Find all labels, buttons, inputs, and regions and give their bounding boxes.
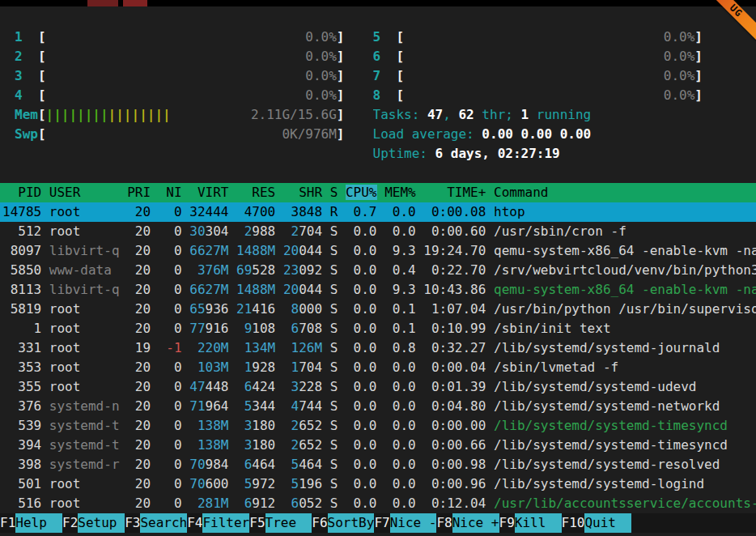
memory-bar-cache: |||||||| — [108, 105, 171, 125]
cell-pid: 331 — [2, 340, 41, 355]
fkey-f2[interactable]: F2Setup — [62, 513, 125, 533]
cell-user: root — [49, 340, 120, 355]
process-row[interactable]: 331 root 19 -1 220M 134M 126M S 0.0 0.8 … — [0, 338, 756, 358]
cell-shr: 464 — [299, 457, 322, 472]
column-header-virt[interactable]: VIRT — [189, 185, 228, 200]
meter-value: 0K/976M — [282, 125, 336, 144]
fkey-number: F8 — [436, 513, 452, 533]
fkey-f3[interactable]: F3Search — [125, 513, 187, 533]
cell-ni: 0 — [159, 321, 182, 336]
cell-res: 69 — [236, 262, 252, 278]
cell-pid: 394 — [2, 437, 41, 453]
cell-pri: 20 — [127, 398, 151, 414]
cell-res: 464 — [252, 457, 275, 472]
fkey-action: Tree — [265, 513, 312, 533]
meter-fill — [404, 28, 664, 47]
process-row[interactable]: 8097 libvirt-q 20 0 6627M 1488M 20044 S … — [0, 241, 756, 261]
load-average-line: Load average: 0.00 0.00 0.00 — [373, 125, 703, 144]
meter-fill — [404, 66, 664, 86]
cpu-meter-3-label: 3 — [15, 66, 38, 86]
process-row[interactable]: 14785 root 20 0 32444 4700 3848 R 0.7 0.… — [0, 202, 756, 222]
fkey-action: Quit — [584, 513, 631, 533]
cell-mem: 0.0 — [384, 476, 416, 491]
cell-pri: 20 — [127, 321, 151, 336]
cell-cmd: /lib/systemd/systemd-logind — [494, 476, 704, 491]
process-row[interactable]: 394 systemd-t 20 0 138M 3180 2652 S 0.0 … — [0, 436, 756, 455]
cell-cmd: /usr/bin/python /usr/bin/superviso — [494, 301, 756, 317]
fkey-number: F5 — [249, 513, 265, 533]
fkey-f6[interactable]: F6SortBy — [312, 513, 374, 533]
column-header-pri[interactable]: PRI — [127, 185, 151, 200]
cell-user: root — [49, 301, 120, 317]
meter-value: 2.11G/15.6G — [251, 105, 337, 125]
cell-pid: 5850 — [2, 262, 41, 278]
cell-pid: 355 — [2, 379, 41, 394]
fkey-f7[interactable]: F7Nice - — [374, 513, 436, 533]
process-row[interactable]: 5850 www-data 20 0 376M 69528 23092 S 0.… — [0, 261, 756, 280]
column-header-time[interactable]: TIME+ — [423, 185, 486, 200]
cell-virt: 47 — [189, 379, 205, 394]
column-header-res[interactable]: RES — [236, 185, 275, 200]
cell-virt: 448 — [206, 379, 229, 394]
cell-cpu: 0.0 — [346, 457, 377, 472]
fkey-number: F6 — [312, 513, 327, 533]
process-row[interactable]: 501 root 20 0 70600 5972 5196 S 0.0 0.0 … — [0, 474, 756, 494]
cell-shr: 196 — [299, 476, 322, 491]
process-row[interactable]: 376 systemd-n 20 0 71964 5344 4744 S 0.0… — [0, 397, 756, 416]
cell-shr: 704 — [299, 223, 322, 239]
column-header-user[interactable]: USER — [49, 185, 120, 200]
fkey-f4[interactable]: F4Filter — [187, 513, 249, 533]
process-row[interactable]: 1 root 20 0 77916 9108 6708 S 0.0 0.1 0:… — [0, 319, 756, 338]
cell-shr: 000 — [299, 301, 322, 317]
cell-user: systemd-r — [49, 457, 120, 472]
cell-cmd: /lib/systemd/systemd-timesyncd — [494, 437, 728, 453]
column-header-cmd[interactable]: Command — [494, 185, 548, 200]
cell-virt: 70 — [189, 457, 205, 472]
fkey-f10[interactable]: F10Quit — [562, 513, 632, 533]
cell-shr: 6 — [283, 496, 299, 511]
column-header-cpu[interactable]: CPU% — [346, 185, 377, 200]
cell-s: S — [330, 223, 338, 239]
tasks-line: Tasks: 47, 62 thr; 1 running — [373, 105, 703, 125]
process-row[interactable]: 516 root 20 0 281M 6912 6052 S 0.0 0.0 0… — [0, 494, 756, 513]
load-average-line-segment: 0.00 — [521, 125, 560, 144]
fkey-f8[interactable]: F8Nice + — [436, 513, 499, 533]
cpu-meter-4: 4[0.0%] — [15, 86, 345, 105]
column-header-mem[interactable]: MEM% — [384, 185, 416, 200]
process-row[interactable]: 355 root 20 0 47448 6424 3228 S 0.0 0.0 … — [0, 377, 756, 397]
process-row[interactable]: 398 systemd-r 20 0 70984 6464 5464 S 0.0… — [0, 455, 756, 474]
process-row[interactable]: 8113 libvirt-q 20 0 6627M 1488M 20044 S … — [0, 280, 756, 300]
cell-mem: 0.8 — [384, 340, 416, 355]
process-row[interactable]: 512 root 20 0 30304 2988 2704 S 0.0 0.0 … — [0, 222, 756, 241]
bracket-open: [ — [396, 47, 404, 66]
cell-cpu: 0.0 — [346, 398, 377, 414]
cell-virt: 138M — [189, 418, 228, 433]
cell-user: libvirt-q — [49, 243, 120, 258]
column-header-s[interactable]: S — [330, 185, 338, 200]
fkey-f5[interactable]: F5Tree — [249, 513, 312, 533]
cell-shr: 6 — [283, 321, 299, 336]
cell-pid: 5819 — [2, 301, 41, 317]
process-row[interactable]: 539 systemd-t 20 0 138M 3180 2652 S 0.0 … — [0, 416, 756, 436]
bracket-open: [ — [38, 105, 46, 125]
cell-res: 134M — [236, 340, 275, 355]
cell-shr: 20 — [283, 282, 299, 297]
cell-res: 180 — [252, 418, 275, 433]
cell-mem: 0.0 — [384, 204, 416, 219]
fkey-f9[interactable]: F9Kill — [499, 513, 562, 533]
header-meters: 1[0.0%]2[0.0%]3[0.0%]4[0.0%]Mem[||||||||… — [0, 6, 756, 164]
fkey-action: Filter — [202, 513, 249, 533]
blank-line — [0, 164, 756, 183]
column-header-pid[interactable]: PID — [2, 185, 41, 200]
column-header-ni[interactable]: NI — [159, 185, 182, 200]
cell-mem: 0.0 — [384, 418, 416, 433]
cell-user: root — [49, 476, 120, 491]
fkey-f1[interactable]: F1Help — [0, 513, 62, 533]
cell-pri: 20 — [127, 379, 151, 394]
column-header-shr[interactable]: SHR — [283, 185, 322, 200]
cell-time: 0:00.96 — [423, 476, 486, 491]
process-row[interactable]: 353 root 20 0 103M 1928 1704 S 0.0 0.0 0… — [0, 358, 756, 377]
process-row[interactable]: 5819 root 20 0 65936 21416 8000 S 0.0 0.… — [0, 300, 756, 319]
cell-cmd: qemu-system-x86_64 -enable-kvm -na — [494, 243, 756, 258]
cell-virt: 65 — [189, 301, 205, 317]
